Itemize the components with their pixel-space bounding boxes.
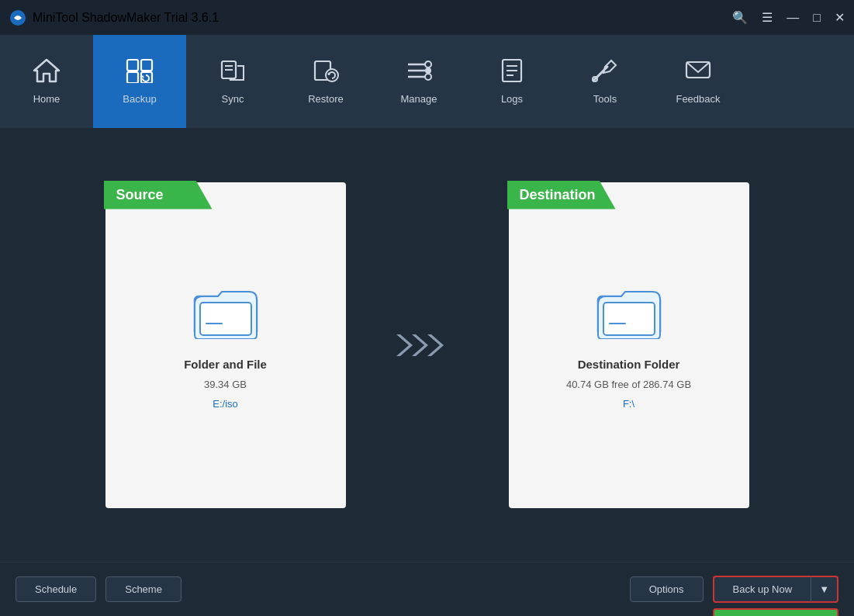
bottom-right: Options Back up Now ▼ Back up Later bbox=[630, 576, 838, 603]
svg-rect-4 bbox=[127, 72, 138, 83]
app-title: MiniTool ShadowMaker Trial 3.6.1 bbox=[33, 11, 219, 25]
nav-item-sync[interactable]: Sync bbox=[186, 35, 279, 128]
svg-point-12 bbox=[326, 69, 338, 81]
nav-label-sync: Sync bbox=[222, 93, 244, 105]
svg-rect-3 bbox=[141, 60, 152, 71]
schedule-button[interactable]: Schedule bbox=[16, 576, 96, 602]
menu-icon[interactable]: ☰ bbox=[762, 12, 773, 24]
logs-icon bbox=[498, 58, 526, 87]
close-icon[interactable]: ✕ bbox=[835, 12, 845, 24]
svg-rect-34 bbox=[603, 303, 655, 335]
svg-marker-1 bbox=[34, 60, 59, 81]
source-title: Folder and File bbox=[184, 358, 267, 371]
destination-panel[interactable]: Destination Destination Folder 40.74 GB … bbox=[509, 182, 749, 508]
svg-rect-2 bbox=[127, 60, 138, 71]
feedback-icon bbox=[684, 58, 712, 87]
source-folder-icon bbox=[191, 281, 261, 342]
minimize-icon[interactable]: — bbox=[787, 12, 799, 24]
svg-marker-30 bbox=[396, 334, 413, 356]
bottom-left: Schedule Scheme bbox=[16, 576, 182, 602]
destination-label: Destination bbox=[507, 181, 616, 209]
nav-item-home[interactable]: Home bbox=[0, 35, 93, 128]
app-logo-icon bbox=[9, 9, 26, 26]
title-bar-left: MiniTool ShadowMaker Trial 3.6.1 bbox=[9, 9, 219, 26]
destination-title: Destination Folder bbox=[578, 358, 680, 371]
source-panel[interactable]: Source Folder and File 39.34 GB E:/iso bbox=[105, 182, 346, 508]
title-bar-controls: 🔍 ☰ — □ ✕ bbox=[732, 12, 845, 24]
nav-label-restore: Restore bbox=[308, 93, 344, 105]
main-content: Source Folder and File 39.34 GB E:/iso D… bbox=[0, 128, 854, 562]
destination-folder-icon bbox=[594, 281, 664, 342]
backup-now-button[interactable]: Back up Now bbox=[713, 576, 811, 603]
sync-icon bbox=[219, 58, 247, 87]
svg-point-19 bbox=[425, 74, 431, 80]
nav-item-tools[interactable]: Tools bbox=[558, 35, 652, 128]
manage-icon bbox=[405, 58, 433, 87]
scheme-button[interactable]: Scheme bbox=[105, 576, 182, 602]
search-icon[interactable]: 🔍 bbox=[732, 12, 748, 24]
svg-point-18 bbox=[425, 67, 431, 74]
nav-item-restore[interactable]: Restore bbox=[279, 35, 372, 128]
arrow-section bbox=[392, 330, 462, 361]
home-icon bbox=[33, 58, 61, 87]
nav-label-backup: Backup bbox=[123, 93, 156, 105]
backup-later-button[interactable]: Back up Later bbox=[713, 608, 838, 616]
nav-item-manage[interactable]: Manage bbox=[372, 35, 465, 128]
nav-label-feedback: Feedback bbox=[676, 93, 720, 105]
svg-marker-32 bbox=[427, 334, 444, 356]
nav-label-logs: Logs bbox=[501, 93, 523, 105]
svg-rect-28 bbox=[200, 303, 251, 335]
destination-free-space: 40.74 GB free of 286.74 GB bbox=[566, 379, 691, 390]
svg-point-17 bbox=[425, 61, 431, 67]
nav-label-home: Home bbox=[33, 93, 61, 105]
source-size: 39.34 GB bbox=[204, 379, 247, 390]
source-path: E:/iso bbox=[213, 398, 238, 410]
nav-item-feedback[interactable]: Feedback bbox=[652, 35, 745, 128]
backup-now-dropdown-button[interactable]: ▼ bbox=[811, 576, 838, 603]
nav-item-logs[interactable]: Logs bbox=[465, 35, 558, 128]
title-bar: MiniTool ShadowMaker Trial 3.6.1 🔍 ☰ — □… bbox=[0, 0, 854, 35]
destination-path: F:\ bbox=[623, 398, 634, 410]
maximize-icon[interactable]: □ bbox=[813, 12, 821, 24]
nav-bar: Home Backup Sync bbox=[0, 35, 854, 128]
source-label: Source bbox=[104, 181, 213, 209]
nav-label-tools: Tools bbox=[593, 93, 617, 105]
backup-icon bbox=[126, 58, 154, 87]
svg-line-24 bbox=[593, 67, 607, 81]
options-button[interactable]: Options bbox=[630, 576, 704, 602]
nav-label-manage: Manage bbox=[401, 93, 437, 105]
tools-icon bbox=[591, 58, 619, 87]
nav-item-backup[interactable]: Backup bbox=[93, 35, 186, 128]
backup-now-group: Back up Now ▼ Back up Later bbox=[713, 576, 838, 603]
restore-icon bbox=[312, 58, 340, 87]
bottom-bar: Schedule Scheme Options Back up Now ▼ Ba… bbox=[0, 562, 854, 616]
svg-marker-31 bbox=[412, 334, 428, 356]
